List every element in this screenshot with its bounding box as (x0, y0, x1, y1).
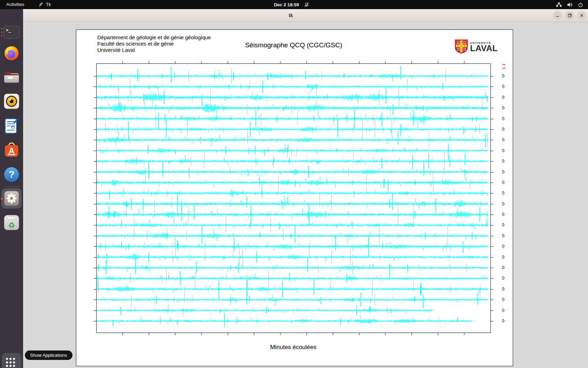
network-icon (556, 2, 562, 7)
dock-separator (3, 186, 20, 187)
firefox-icon (4, 46, 19, 61)
show-applications-tooltip: Show Applications (25, 350, 72, 360)
dock-item-help[interactable]: ? (4, 167, 19, 184)
terminal-icon: >_ (4, 26, 20, 39)
dock-item-ubuntu-software[interactable]: A (4, 142, 20, 159)
seismograph-canvas-area: Département de géologie et de génie géol… (76, 29, 513, 366)
tk-window: tk Département de géologie et (23, 9, 588, 368)
dock-item-rhythmbox[interactable] (4, 93, 20, 111)
institution-line: Faculté des sciences et de génie (97, 41, 211, 47)
dock-item-libreoffice-writer[interactable] (4, 118, 19, 135)
close-button[interactable] (577, 11, 586, 20)
restore-button[interactable] (565, 11, 574, 20)
minimize-icon (555, 13, 560, 18)
trash-icon: ♻ (4, 215, 19, 230)
institution-line: Département de géologie et de génie géol… (97, 34, 211, 41)
clock-group[interactable]: Dec 2 18:59 (274, 0, 309, 9)
ubuntu-software-icon: A (4, 142, 20, 158)
minimize-button[interactable] (553, 11, 562, 20)
laval-shield-icon (455, 39, 468, 54)
dock-item-files[interactable] (4, 71, 19, 84)
running-indicator-dot (1, 198, 3, 200)
window-title: tk (289, 9, 293, 22)
libreoffice-writer-icon (4, 118, 19, 134)
focused-app-menu[interactable]: Tk (38, 0, 51, 9)
clock-label: Dec 2 18:59 (274, 2, 299, 7)
close-icon (579, 13, 584, 18)
svg-text:>_: >_ (6, 28, 11, 33)
institution-line: Université Laval (97, 47, 211, 53)
svg-text:A: A (8, 146, 14, 156)
running-indicator-dot (1, 35, 2, 36)
svg-text:♻: ♻ (8, 221, 15, 230)
top-bar: Activities Tk Dec 2 18:59 (0, 0, 588, 9)
desktop-screen: Activities Tk Dec 2 18:59 (0, 0, 588, 368)
dock-item-trash[interactable]: ♻ (4, 215, 19, 232)
gear-icon (4, 191, 19, 206)
x-axis-label: Minutes écoulées (270, 344, 316, 351)
system-status-area[interactable] (556, 0, 583, 9)
institution-block: Département de géologie et de génie géol… (97, 34, 211, 53)
university-laval-logo: UNIVERSITÉ LAVAL (455, 39, 498, 54)
volume-icon (567, 2, 573, 7)
seismograph-plot (82, 56, 502, 340)
restore-icon (567, 13, 572, 18)
focused-app-label: Tk (46, 0, 51, 9)
window-titlebar[interactable]: tk (23, 9, 588, 22)
dock-item-firefox[interactable] (4, 46, 19, 62)
rhythmbox-icon (4, 93, 20, 109)
show-applications-icon (5, 356, 19, 368)
running-indicator-dot (1, 28, 2, 29)
dock: >_ (0, 9, 23, 368)
logo-text-laval: LAVAL (470, 45, 498, 52)
help-icon: ? (4, 167, 19, 182)
dock-item-show-applications[interactable] (5, 356, 19, 368)
power-icon (578, 2, 583, 7)
files-icon (4, 71, 19, 83)
plot-title: Séismographe QCQ (CGC/GSC) (245, 41, 342, 49)
dock-item-terminal[interactable]: >_ (4, 26, 20, 40)
running-indicator-dot (1, 32, 2, 33)
svg-text:?: ? (9, 169, 15, 180)
tk-icon (38, 2, 44, 7)
notifications-muted-icon (304, 2, 309, 7)
dock-item-settings[interactable] (4, 191, 19, 207)
activities-button[interactable]: Activities (6, 0, 24, 9)
